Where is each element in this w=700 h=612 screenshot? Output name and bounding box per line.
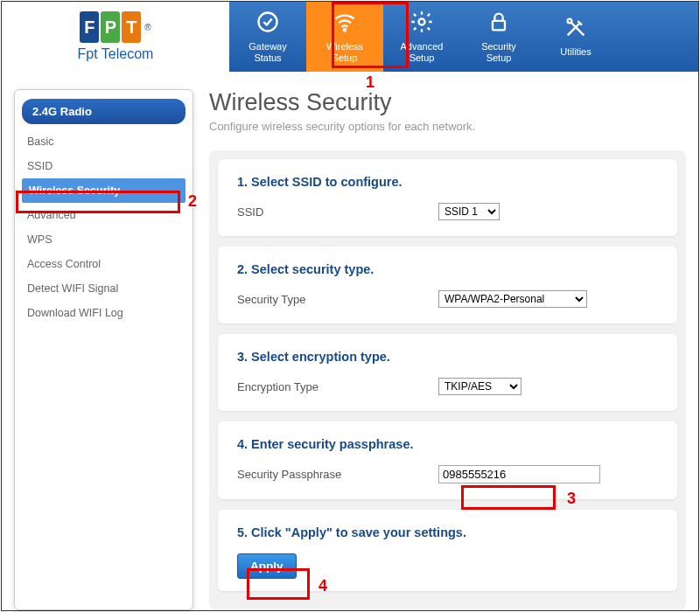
svg-point-1	[344, 29, 346, 31]
panel-title: 5. Click "Apply" to save your settings.	[237, 525, 658, 539]
nav-security-setup[interactable]: SecuritySetup	[460, 2, 537, 72]
main-content: Wireless Security Configure wireless sec…	[209, 89, 686, 610]
sidebar-item-wireless-security[interactable]: Wireless Security	[22, 178, 186, 203]
top-header: F P T ® Fpt Telecom GatewayStatus Wirele…	[2, 2, 698, 72]
sidebar-item-download-log[interactable]: Download WIFI Log	[15, 301, 192, 325]
page-subtitle: Configure wireless security options for …	[209, 120, 686, 133]
ssid-select[interactable]: SSID 1	[438, 203, 500, 220]
check-circle-icon	[256, 10, 280, 38]
svg-point-2	[419, 18, 425, 24]
nav-label: GatewayStatus	[248, 41, 286, 64]
nav-wireless-setup[interactable]: WirelessSetup	[306, 2, 383, 72]
nav-label: Utilities	[560, 46, 591, 58]
apply-button[interactable]: Apply	[237, 553, 297, 579]
passphrase-input[interactable]	[438, 465, 600, 483]
encryption-type-label: Encryption Type	[237, 380, 438, 393]
registered-mark: ®	[144, 23, 150, 32]
panel-encryption-type: 3. Select encryption type. Encryption Ty…	[218, 334, 677, 411]
ssid-label: SSID	[237, 205, 438, 219]
nav-label: WirelessSetup	[326, 41, 363, 64]
brand-name: Fpt Telecom	[78, 46, 154, 62]
sidebar-item-access-control[interactable]: Access Control	[15, 252, 192, 276]
sidebar-item-detect-wifi[interactable]: Detect WIFI Signal	[15, 276, 192, 301]
nav-label: SecuritySetup	[481, 41, 516, 64]
logo-area: F P T ® Fpt Telecom	[2, 2, 229, 72]
panel-apply: 5. Click "Apply" to save your settings. …	[218, 510, 677, 591]
sidebar-item-ssid[interactable]: SSID	[15, 154, 192, 178]
logo-letter-f: F	[80, 11, 99, 43]
svg-rect-3	[493, 21, 505, 31]
nav-gateway-status[interactable]: GatewayStatus	[229, 2, 306, 72]
panel-passphrase: 4. Enter security passphrase. Security P…	[218, 421, 677, 499]
nav-advanced-setup[interactable]: AdvancedSetup	[383, 2, 460, 72]
lock-icon	[486, 10, 511, 38]
tools-icon	[564, 15, 588, 43]
logo-letter-t: T	[122, 11, 141, 43]
nav-utilities[interactable]: Utilities	[537, 2, 614, 72]
fpt-logo: F P T ®	[80, 11, 150, 43]
sidebar-item-basic[interactable]: Basic	[15, 129, 192, 154]
passphrase-label: Security Passphrase	[237, 468, 438, 481]
panel-security-type: 2. Select security type. Security Type W…	[218, 247, 677, 323]
gear-icon	[410, 10, 434, 38]
main-nav: GatewayStatus WirelessSetup AdvancedSetu…	[229, 2, 698, 72]
panel-title: 4. Enter security passphrase.	[237, 437, 658, 451]
panel-title: 1. Select SSID to configure.	[237, 175, 658, 189]
svg-point-4	[568, 19, 572, 24]
wifi-icon	[332, 10, 357, 38]
panel-select-ssid: 1. Select SSID to configure. SSID SSID 1	[218, 159, 677, 236]
nav-label: AdvancedSetup	[401, 41, 444, 64]
logo-letter-p: P	[101, 11, 120, 43]
panel-title: 2. Select security type.	[237, 262, 658, 276]
security-type-select[interactable]: WPA/WPA2-Personal	[438, 290, 587, 308]
sidebar-item-wps[interactable]: WPS	[15, 227, 192, 252]
sidebar-header: 2.4G Radio	[22, 99, 186, 124]
page-title: Wireless Security	[209, 89, 686, 116]
sidebar: 2.4G Radio Basic SSID Wireless Security …	[14, 89, 193, 610]
security-type-label: Security Type	[237, 293, 438, 306]
svg-point-0	[259, 12, 277, 31]
sidebar-item-advanced[interactable]: Advanced	[15, 203, 192, 227]
panel-title: 3. Select encryption type.	[237, 350, 658, 364]
encryption-type-select[interactable]: TKIP/AES	[438, 378, 522, 395]
